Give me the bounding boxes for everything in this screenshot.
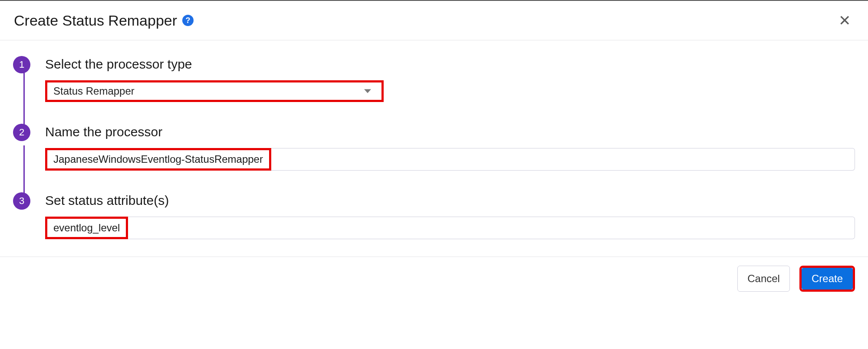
processor-name-input[interactable]: JapaneseWindowsEventlog-StatusRemapper	[45, 148, 855, 171]
modal-title-wrap: Create Status Remapper ?	[14, 12, 194, 29]
modal-title: Create Status Remapper	[14, 12, 177, 29]
chevron-down-icon	[364, 89, 371, 93]
processor-name-field-remainder	[271, 148, 855, 171]
modal-body: 1 Select the processor type Status Remap…	[0, 40, 868, 257]
help-icon[interactable]: ?	[182, 15, 194, 26]
status-attribute-field-remainder	[128, 217, 855, 239]
modal-header: Create Status Remapper ? ✕	[0, 1, 868, 40]
processor-name-value: JapaneseWindowsEventlog-StatusRemapper	[45, 148, 271, 171]
step-title: Name the processor	[45, 125, 855, 139]
step-3: 3 Set status attribute(s) eventlog_level	[13, 192, 855, 239]
create-button-highlight: Create	[799, 266, 855, 292]
modal-footer: Cancel Create	[0, 257, 868, 302]
step-content: Set status attribute(s) eventlog_level	[45, 192, 855, 239]
close-icon[interactable]: ✕	[837, 11, 852, 30]
step-badge: 2	[13, 124, 30, 141]
status-attribute-value: eventlog_level	[45, 217, 128, 239]
step-title: Select the processor type	[45, 57, 855, 72]
step-title: Set status attribute(s)	[45, 193, 855, 208]
create-status-remapper-modal: Create Status Remapper ? ✕ 1 Select the …	[0, 0, 868, 302]
status-attribute-input[interactable]: eventlog_level	[45, 217, 855, 239]
step-badge: 3	[13, 192, 30, 210]
step-badge: 1	[13, 56, 30, 73]
steps-container: 1 Select the processor type Status Remap…	[13, 56, 855, 239]
processor-type-value: Status Remapper	[53, 85, 135, 97]
step-2: 2 Name the processor JapaneseWindowsEven…	[13, 124, 855, 171]
step-connector	[23, 72, 25, 132]
step-content: Name the processor JapaneseWindowsEventl…	[45, 124, 855, 171]
create-button[interactable]: Create	[802, 268, 853, 290]
step-1: 1 Select the processor type Status Remap…	[13, 56, 855, 102]
cancel-button[interactable]: Cancel	[737, 266, 790, 292]
processor-type-select[interactable]: Status Remapper	[45, 80, 384, 102]
step-content: Select the processor type Status Remappe…	[45, 56, 855, 102]
